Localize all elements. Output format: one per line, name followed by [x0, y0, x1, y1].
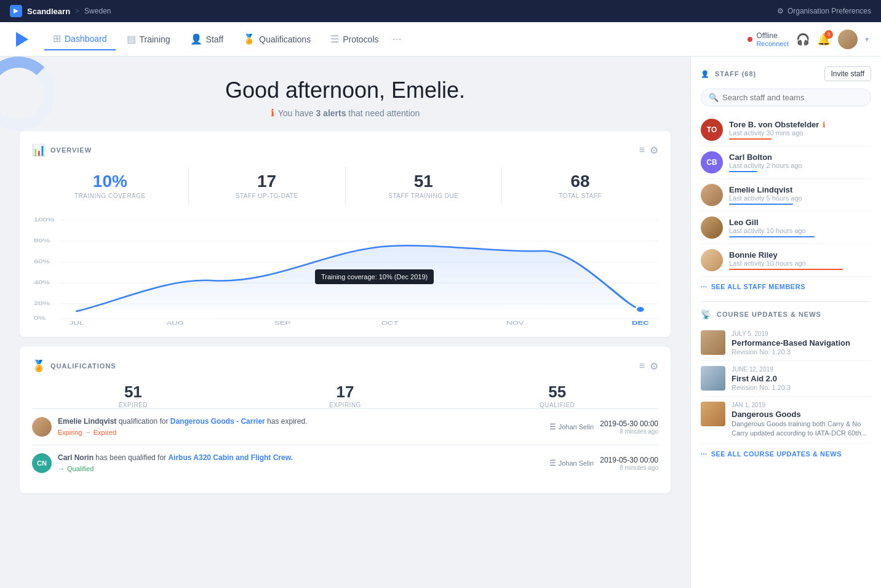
staff-members-list: TO Tore B. von Obstefelder ℹ Last activi…: [701, 114, 871, 277]
nav-item-training[interactable]: ▤ Training: [118, 28, 179, 50]
nav-item-qualifications[interactable]: 🏅 Qualifications: [234, 28, 319, 50]
staff-bar-2: [729, 171, 757, 172]
staff-search-box[interactable]: 🔍: [701, 89, 871, 106]
staff-bar-3: [729, 204, 793, 205]
overview-stats: 10% TRAINING COVERAGE 17 STAFF UP-TO-DAT…: [32, 167, 658, 204]
course-thumb-1: [701, 330, 725, 355]
staff-icon: 👤: [190, 33, 202, 45]
qual-entry-date-1: 2019-05-30 00:00 8 minutes ago: [600, 419, 658, 435]
course-item-1[interactable]: JULY 5, 2019 Performance-Based Navigatio…: [701, 325, 871, 361]
course-item-3[interactable]: JAN 1, 2019 Dangerous Goods Dangerous Go…: [701, 397, 871, 444]
course-rev-1: Revision No. 1.20.3: [732, 348, 871, 356]
staff-bar-5: [729, 269, 843, 270]
qual-card-title: QUALIFICATIONS: [50, 362, 116, 370]
protocols-icon: ☰: [330, 33, 339, 45]
qual-entry-avatar-2: CN: [32, 453, 52, 473]
staff-section-title: 👤 STAFF (68): [701, 70, 756, 78]
training-icon: ▤: [127, 33, 136, 45]
search-icon: 🔍: [709, 93, 719, 102]
see-all-staff-link[interactable]: ··· SEE ALL STAFF MEMBERS: [701, 277, 871, 296]
qual-entry-assignee-2: ☰ Johan Selin: [549, 459, 594, 467]
user-avatar[interactable]: [838, 30, 858, 49]
staff-info-5: Bonnie Riley Last activity 10 hours ago: [729, 250, 871, 270]
qual-settings-icon[interactable]: ⚙: [650, 360, 658, 372]
qual-entry-status-1: Expiring → Expired: [58, 428, 543, 437]
staff-info-4: Leo Gill Last activity 10 hours ago: [729, 218, 871, 237]
staff-member-2[interactable]: CB Carl Bolton Last activity 2 hours ago: [701, 146, 871, 179]
overview-card-actions: ≡ ⚙: [639, 145, 658, 156]
qual-icon: 🏅: [243, 33, 255, 45]
stat-label-total: TOTAL STAFF: [507, 193, 653, 199]
staff-activity-4: Last activity 10 hours ago: [729, 227, 871, 234]
staff-search-input[interactable]: [722, 93, 863, 102]
overview-card: 📊 OVERVIEW ≡ ⚙ 10% TRAINING COVERAGE 17 …: [20, 131, 671, 337]
qual-card-icon: 🏅: [32, 359, 46, 373]
staff-member-3[interactable]: Emelie Lindqvist Last activity 5 hours a…: [701, 179, 871, 212]
qual-entry-avatar-1: [32, 417, 52, 437]
staff-member-4[interactable]: Leo Gill Last activity 10 hours ago: [701, 212, 871, 244]
user-menu-chevron[interactable]: ▾: [865, 35, 869, 44]
notifications-button[interactable]: 🔔 3: [817, 33, 831, 46]
overview-card-header: 📊 OVERVIEW ≡ ⚙: [32, 143, 658, 157]
qual-stats: 51 EXPIRED 17 EXPIRING 55 QUALIFIED: [32, 383, 658, 408]
nav-item-staff[interactable]: 👤 Staff: [181, 28, 233, 50]
qual-entry-2: CN Carl Norin has been qualified for Air…: [32, 445, 658, 481]
staff-section-icon: 👤: [701, 70, 710, 78]
svg-text:40%: 40%: [34, 279, 50, 285]
overview-menu-icon[interactable]: ≡: [639, 145, 645, 156]
nav-item-protocols[interactable]: ☰ Protocols: [322, 28, 387, 50]
stat-label-uptodate: STAFF UP-TO-DATE: [194, 193, 340, 199]
staff-name-5: Bonnie Riley: [729, 250, 871, 260]
qual-card-header: 🏅 QUALIFICATIONS ≡ ⚙: [32, 359, 658, 373]
dashboard-icon: ⊞: [53, 33, 61, 44]
offline-status[interactable]: Offline Reconnect: [747, 31, 789, 47]
qual-course-link-2[interactable]: Airbus A320 Cabin and Flight Crew.: [168, 453, 292, 462]
svg-text:60%: 60%: [34, 258, 50, 264]
top-bar: Scandlearn > Sweden ⚙ Organisation Prefe…: [0, 0, 881, 22]
svg-marker-1: [16, 32, 28, 47]
qual-stat-qualified: 55 QUALIFIED: [456, 383, 658, 408]
staff-avatar-5: [701, 249, 723, 271]
svg-text:DEC: DEC: [632, 320, 649, 325]
staff-name-3: Emelie Lindqvist: [729, 185, 871, 194]
nav-more-button[interactable]: ···: [393, 33, 402, 46]
qual-title-row: 🏅 QUALIFICATIONS: [32, 359, 116, 373]
overview-settings-icon[interactable]: ⚙: [650, 145, 658, 156]
staff-bar-1: [729, 138, 771, 140]
greeting-section: Good afternoon, Emelie. ℹ You have 3 ale…: [20, 77, 671, 119]
qual-entry-status-2: → Qualified: [58, 464, 543, 474]
right-sidebar: 👤 STAFF (68) Invite staff 🔍 TO Tore B. v…: [690, 57, 881, 588]
staff-member-1[interactable]: TO Tore B. von Obstefelder ℹ Last activi…: [701, 114, 871, 146]
app-logo[interactable]: [12, 30, 32, 49]
overview-title: OVERVIEW: [50, 146, 92, 154]
settings-icon: ⚙: [777, 7, 784, 15]
alert-icon: ℹ: [271, 107, 274, 119]
see-all-courses-link[interactable]: ··· SEE ALL COURSE UPDATES & NEWS: [701, 444, 871, 464]
svg-text:OCT: OCT: [381, 320, 399, 325]
qual-stat-expired: 51 EXPIRED: [32, 383, 234, 408]
course-rev-2: Revision No. 1.20.3: [732, 384, 871, 391]
svg-text:0%: 0%: [34, 315, 46, 321]
qual-card-actions: ≡ ⚙: [639, 360, 658, 372]
greeting-subtitle: ℹ You have 3 alerts that need attention: [20, 107, 671, 119]
course-date-1: JULY 5, 2019: [732, 330, 871, 337]
qual-menu-icon[interactable]: ≡: [639, 360, 645, 372]
course-title-1: Performance-Based Navigation: [732, 338, 871, 348]
course-updates-title: 📡 COURSE UPDATES & NEWS: [701, 309, 821, 319]
qual-course-link-1[interactable]: Dangerous Goods - Carrier: [170, 417, 265, 426]
sidebar-divider: [701, 301, 871, 302]
qualifications-card: 🏅 QUALIFICATIONS ≡ ⚙ 51 EXPIRED 17 EXPIR…: [20, 347, 671, 493]
staff-member-5[interactable]: Bonnie Riley Last activity 10 hours ago: [701, 244, 871, 277]
alert-count: 3 alerts: [316, 108, 346, 118]
invite-staff-button[interactable]: Invite staff: [824, 66, 871, 81]
nav-item-dashboard[interactable]: ⊞ Dashboard: [44, 28, 116, 50]
course-item-2[interactable]: JUNE 12, 2019 First Aid 2.0 Revision No.…: [701, 361, 871, 397]
svg-text:JUL: JUL: [70, 320, 84, 325]
svg-text:AUG: AUG: [167, 320, 184, 325]
greeting-title: Good afternoon, Emelie.: [20, 77, 671, 103]
breadcrumb-sep: >: [75, 7, 79, 15]
nav-bar: ⊞ Dashboard ▤ Training 👤 Staff 🏅 Qualifi…: [0, 22, 881, 57]
support-button[interactable]: 🎧: [796, 33, 810, 46]
stat-label-coverage: TRAINING COVERAGE: [37, 193, 183, 199]
org-preferences[interactable]: ⚙ Organisation Preferences: [777, 7, 871, 15]
